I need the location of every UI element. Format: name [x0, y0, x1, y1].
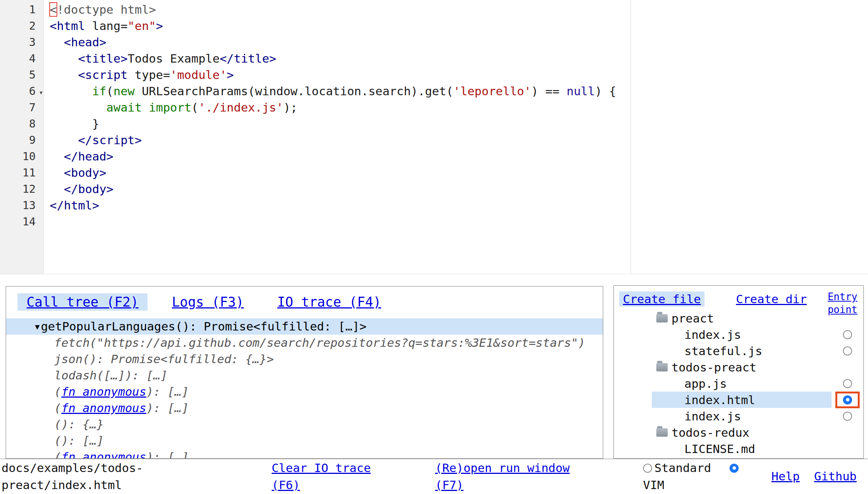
- line-number-text: 9: [29, 134, 36, 146]
- reopen-run-window-key: (F7): [435, 477, 570, 494]
- code-token: lang=: [85, 19, 127, 33]
- tab-logs[interactable]: Logs (F3): [163, 293, 253, 311]
- code-line[interactable]: [50, 214, 616, 230]
- line-number: 2: [0, 18, 43, 34]
- code-token: }: [50, 117, 99, 131]
- file-name[interactable]: stateful.js: [684, 344, 762, 358]
- file-name[interactable]: index.js: [684, 409, 741, 423]
- code-token: <script: [78, 68, 128, 82]
- filetree-row-label: stateful.js: [652, 343, 832, 359]
- code-line[interactable]: <head>: [50, 34, 616, 50]
- filetree-row: index.html: [614, 392, 863, 408]
- code-token: [50, 84, 92, 98]
- folder-name[interactable]: todos-preact: [671, 360, 756, 374]
- code-token: </html>: [50, 198, 99, 212]
- calltree-row[interactable]: lodash([…]): […]: [6, 367, 603, 384]
- create-dir-button[interactable]: Create dir: [733, 291, 810, 307]
- code-token: [50, 182, 64, 196]
- anonymous-fn-link[interactable]: fn anonymous: [61, 385, 146, 398]
- code-token: <title>: [78, 52, 128, 65]
- code-line[interactable]: <!doctype html>: [50, 2, 616, 18]
- calltree-row[interactable]: (): […]: [6, 433, 603, 449]
- clear-io-trace-button[interactable]: Clear IO trace (F6): [272, 459, 371, 494]
- code-token: ) ==: [531, 84, 566, 98]
- code-line[interactable]: }: [50, 116, 616, 132]
- code-lines[interactable]: <!doctype html><html lang="en"> <head> <…: [50, 2, 616, 230]
- calltree-row[interactable]: (fn anonymous): […]: [6, 384, 603, 400]
- line-number-text: 13: [22, 199, 36, 212]
- folder-name[interactable]: preact: [671, 312, 714, 325]
- calltree-row[interactable]: json(): Promise<fulfilled: {…}>: [6, 351, 603, 367]
- code-token: [50, 52, 78, 65]
- code-token: [142, 101, 149, 114]
- filetree-row-label: LICENSE.md: [652, 441, 832, 457]
- line-number-text: 2: [29, 19, 36, 32]
- statusbar-links: Help Github: [771, 467, 857, 485]
- line-number-text: 11: [22, 166, 36, 179]
- standard-keybinding-radio[interactable]: [643, 464, 652, 473]
- entry-point-radio[interactable]: [843, 330, 852, 339]
- reopen-run-window-button[interactable]: (Re)open run window (F7): [435, 459, 570, 494]
- calltree-row[interactable]: ▾getPopularLanguages(): Promise<fulfille…: [6, 318, 603, 335]
- current-file-path: docs/examples/todos- preact/index.html: [2, 459, 143, 494]
- code-token: "en": [127, 19, 156, 33]
- code-token: import: [149, 101, 191, 114]
- keybinding-row: Standard: [643, 459, 739, 477]
- code-line[interactable]: <body>: [50, 165, 616, 181]
- code-line[interactable]: </html>: [50, 197, 616, 214]
- github-link[interactable]: Github: [814, 469, 857, 483]
- file-name[interactable]: app.js: [684, 377, 727, 390]
- code-line[interactable]: </body>: [50, 181, 616, 197]
- filetree-row: todos-preact: [614, 359, 863, 375]
- file-name[interactable]: index.html: [684, 393, 755, 407]
- file-name[interactable]: index.js: [684, 328, 741, 341]
- code-line[interactable]: await import('./index.js');: [50, 99, 616, 116]
- filetree-row-label: index.js: [652, 408, 832, 424]
- panel-tabs: Call tree (F2)Logs (F3)IO trace (F4): [6, 286, 603, 311]
- calltree-row-text: (: [54, 450, 61, 459]
- code-line[interactable]: <title>Todos Example</title>: [50, 50, 616, 67]
- filetree-row-label: index.html: [652, 392, 832, 408]
- code-line[interactable]: <html lang="en">: [50, 18, 616, 34]
- entry-point-radio[interactable]: [843, 379, 852, 388]
- entry-point-cell: [832, 412, 863, 421]
- code-line[interactable]: </head>: [50, 148, 616, 165]
- line-number-text: 6: [29, 85, 36, 98]
- calltree-row-text: (): {…}: [54, 417, 104, 431]
- entry-point-radio[interactable]: [843, 412, 852, 421]
- filetree-row-label: todos-preact: [652, 359, 832, 375]
- entry-point-cell: [832, 392, 863, 408]
- line-number: 8: [0, 116, 43, 132]
- calltree-row[interactable]: (fn anonymous): […]: [6, 449, 603, 459]
- fold-marker-icon[interactable]: ▾: [39, 84, 43, 101]
- help-link[interactable]: Help: [771, 469, 800, 483]
- calltree-row[interactable]: fetch("https://api.github.com/search/rep…: [6, 335, 603, 351]
- calltree-row[interactable]: (): {…}: [6, 416, 603, 433]
- code-line[interactable]: if(new URLSearchParams(window.location.s…: [50, 83, 616, 99]
- code-token: [50, 68, 78, 82]
- entry-point-radio[interactable]: [843, 346, 852, 356]
- code-line[interactable]: </script>: [50, 132, 616, 148]
- calltree-row-text: (: [54, 385, 61, 398]
- create-file-button[interactable]: Create file: [619, 291, 704, 307]
- code-token: <body>: [64, 166, 106, 179]
- code-line[interactable]: <script type='module'>: [50, 67, 616, 83]
- code-token: >: [156, 19, 163, 33]
- tab-call-tree[interactable]: Call tree (F2): [17, 293, 148, 311]
- calltree-row-text: lodash([…]): […]: [54, 368, 168, 382]
- line-number: 10: [0, 148, 43, 165]
- entry-point-radio[interactable]: [843, 395, 852, 404]
- folder-name[interactable]: todos-redux: [671, 426, 749, 439]
- vim-keybinding-radio[interactable]: [730, 464, 739, 473]
- folder-icon: [656, 363, 668, 371]
- anonymous-fn-link[interactable]: fn anonymous: [61, 450, 146, 459]
- line-number-text: 1: [29, 3, 36, 16]
- tab-io-trace[interactable]: IO trace (F4): [268, 293, 390, 311]
- file-name[interactable]: LICENSE.md: [684, 442, 755, 456]
- anonymous-fn-link[interactable]: fn anonymous: [61, 401, 146, 415]
- code-editor[interactable]: 123456▾7891011121314 <!doctype html><htm…: [0, 0, 868, 274]
- code-token: </script>: [78, 133, 142, 147]
- calltree-row[interactable]: (fn anonymous): […]: [6, 400, 603, 416]
- line-number-text: 5: [29, 68, 36, 81]
- filetree-row: preact: [614, 310, 863, 326]
